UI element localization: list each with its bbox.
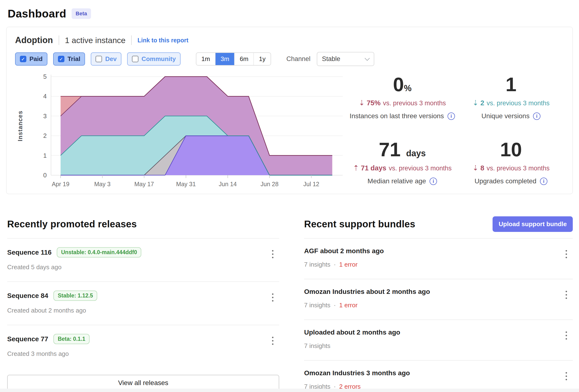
filter-chip-community[interactable]: Community bbox=[127, 52, 181, 65]
range-1m[interactable]: 1m bbox=[196, 53, 215, 65]
bundle-meta: 7 insights · 1 error bbox=[304, 261, 573, 268]
release-row: Sequence 84 Stable: 1.12.5 Created about… bbox=[7, 282, 279, 325]
bundle-row: AGF about 2 months ago 7 insights · 1 er… bbox=[304, 239, 573, 279]
bundle-insights: 7 insights bbox=[304, 261, 330, 268]
bundles-header: Recent support bundles Upload support bu… bbox=[304, 216, 573, 232]
stat-unit: % bbox=[404, 83, 412, 93]
release-title: Sequence 116 bbox=[7, 249, 52, 256]
svg-text:Jul 12: Jul 12 bbox=[303, 181, 319, 187]
bundle-meta: 7 insights · 1 error bbox=[304, 302, 573, 309]
svg-text:4: 4 bbox=[43, 93, 47, 100]
svg-text:5: 5 bbox=[43, 73, 47, 80]
stat-unit: days bbox=[406, 148, 426, 158]
arrow-down-icon: ⇣ bbox=[472, 164, 478, 172]
kebab-menu-icon[interactable] bbox=[271, 335, 275, 346]
range-6m[interactable]: 6m bbox=[234, 53, 253, 65]
release-row: Sequence 77 Beta: 0.1.1 Created 3 months… bbox=[7, 325, 279, 368]
dot-separator: · bbox=[334, 261, 336, 268]
active-instance-count: 1 active instance bbox=[65, 36, 126, 45]
adoption-stats: 0% ⇣75%vs. previous 3 months Instances o… bbox=[348, 69, 565, 189]
stat-delta: ⇣75%vs. previous 3 months bbox=[348, 99, 457, 107]
adoption-card: Adoption 1 active instance Link to this … bbox=[6, 27, 573, 194]
filter-chip-trial[interactable]: ✓ Trial bbox=[53, 52, 85, 65]
kebab-menu-icon[interactable] bbox=[271, 249, 275, 260]
link-to-report[interactable]: Link to this report bbox=[138, 37, 188, 44]
stat-median-relative-age: 71 days ⇡71 daysvs. previous 3 months Me… bbox=[348, 140, 457, 189]
info-icon[interactable]: i bbox=[447, 113, 455, 120]
arrow-down-icon: ⇣ bbox=[359, 99, 365, 107]
bundle-title: Uploaded about 2 months ago bbox=[304, 328, 400, 336]
bundles-section: Recent support bundles Upload support bu… bbox=[304, 216, 573, 392]
releases-section: Recently promoted releases Sequence 116 … bbox=[7, 216, 279, 392]
stat-delta: ⇡71 daysvs. previous 3 months bbox=[348, 164, 457, 172]
stat-instances-last-three-versions: 0% ⇣75%vs. previous 3 months Instances o… bbox=[348, 75, 457, 124]
stat-delta: ⇣2vs. previous 3 months bbox=[457, 99, 565, 107]
releases-heading: Recently promoted releases bbox=[7, 219, 137, 230]
info-icon[interactable]: i bbox=[430, 178, 437, 185]
svg-text:May 3: May 3 bbox=[94, 181, 110, 187]
filter-chip-label: Dev bbox=[105, 55, 117, 63]
range-3m-selected[interactable]: 3m bbox=[215, 53, 234, 65]
bundle-title-line: Uploaded about 2 months ago bbox=[304, 328, 573, 336]
divider bbox=[131, 35, 132, 45]
stat-value: 1 bbox=[457, 75, 565, 94]
bundle-title: Omozan Industries about 2 months ago bbox=[304, 288, 430, 296]
divider bbox=[59, 35, 59, 45]
release-created: Created 3 months ago bbox=[7, 350, 279, 358]
chevron-down-icon bbox=[364, 56, 369, 61]
channel-label: Channel bbox=[287, 55, 311, 63]
release-title-line: Sequence 84 Stable: 1.12.5 bbox=[7, 291, 279, 301]
range-1y[interactable]: 1y bbox=[253, 53, 270, 65]
bundle-insights: 7 insights bbox=[304, 342, 330, 350]
kebab-menu-icon[interactable] bbox=[564, 330, 569, 341]
bundle-title: Omozan Industries 3 months ago bbox=[304, 369, 410, 377]
release-created: Created 5 days ago bbox=[7, 263, 279, 271]
stat-unique-versions: 1 ⇣2vs. previous 3 months Unique version… bbox=[457, 75, 565, 124]
adoption-chart: Apr 19May 3May 17May 31Jun 14Jun 28Jul 1… bbox=[15, 69, 348, 189]
stat-value: 71 days bbox=[348, 140, 457, 159]
channel-select[interactable]: Stable bbox=[317, 52, 374, 66]
checkbox-unchecked-icon bbox=[95, 56, 102, 62]
upload-support-bundle-button[interactable]: Upload support bundle bbox=[493, 216, 573, 232]
adoption-title: Adoption bbox=[15, 35, 53, 45]
kebab-menu-icon[interactable] bbox=[564, 371, 569, 382]
stat-label: Upgrades completedi bbox=[457, 177, 565, 185]
adoption-card-header: Adoption 1 active instance Link to this … bbox=[15, 35, 565, 45]
version-badge: Beta: 0.1.1 bbox=[53, 334, 89, 344]
release-row: Sequence 116 Unstable: 0.4.0-main.444ddf… bbox=[7, 239, 279, 282]
kebab-menu-icon[interactable] bbox=[564, 249, 569, 260]
stat-value: 10 bbox=[457, 140, 565, 159]
filter-chip-paid[interactable]: ✓ Paid bbox=[15, 52, 47, 65]
svg-text:May 17: May 17 bbox=[134, 181, 154, 187]
checkbox-checked-icon: ✓ bbox=[58, 56, 65, 62]
adoption-controls: ✓ Paid ✓ Trial Dev Community 1m 3m 6m 1y… bbox=[15, 52, 565, 66]
release-title-line: Sequence 116 Unstable: 0.4.0-main.444ddf… bbox=[7, 247, 279, 258]
release-title-line: Sequence 77 Beta: 0.1.1 bbox=[7, 334, 279, 344]
svg-text:Jun 14: Jun 14 bbox=[219, 181, 237, 187]
kebab-menu-icon[interactable] bbox=[271, 292, 275, 303]
arrow-down-icon: ⇣ bbox=[472, 99, 478, 107]
dot-separator: · bbox=[334, 302, 336, 309]
bundle-insights: 7 insights bbox=[304, 302, 330, 309]
filter-chip-dev[interactable]: Dev bbox=[91, 52, 121, 65]
release-title: Sequence 84 bbox=[7, 292, 48, 300]
bundle-meta: 7 insights bbox=[304, 342, 573, 350]
svg-text:1: 1 bbox=[43, 152, 47, 159]
filter-chip-label: Paid bbox=[29, 55, 43, 63]
svg-text:Instances: Instances bbox=[17, 111, 23, 141]
bundle-row: Omozan Industries 3 months ago 7 insight… bbox=[304, 361, 573, 392]
info-icon[interactable]: i bbox=[533, 113, 540, 120]
channel-group: Channel Stable bbox=[287, 52, 374, 66]
svg-text:Jun 28: Jun 28 bbox=[261, 181, 279, 187]
svg-text:Apr 19: Apr 19 bbox=[52, 181, 70, 187]
info-icon[interactable]: i bbox=[540, 178, 547, 185]
svg-text:2: 2 bbox=[43, 132, 47, 139]
kebab-menu-icon[interactable] bbox=[564, 289, 569, 300]
release-created: Created about 2 months ago bbox=[7, 307, 279, 314]
bundle-title: AGF about 2 months ago bbox=[304, 247, 384, 255]
arrow-up-icon: ⇡ bbox=[353, 164, 359, 172]
stat-label: Instances on last three versionsi bbox=[348, 112, 457, 120]
bottom-sections: Recently promoted releases Sequence 116 … bbox=[0, 216, 579, 392]
stat-label: Unique versionsi bbox=[457, 112, 565, 120]
channel-select-value: Stable bbox=[322, 55, 341, 63]
